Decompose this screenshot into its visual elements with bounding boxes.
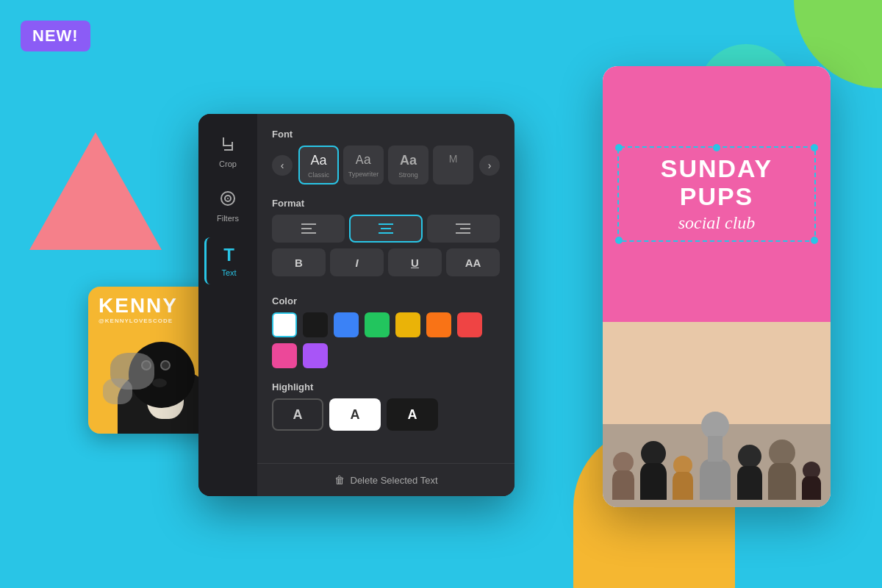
font-typewriter-name: Typewriter (348, 171, 379, 178)
dogs-container (603, 322, 831, 507)
color-orange[interactable] (426, 312, 451, 337)
underline-icon: U (411, 257, 419, 269)
font-option-strong[interactable]: Aa Strong (388, 146, 429, 184)
preview-card: SUNDAY PUPS social club (603, 66, 831, 507)
highlight-row: A A A (272, 398, 500, 431)
align-right-button[interactable] (427, 215, 500, 243)
bg-shape-triangle-salmon (29, 132, 162, 250)
format-section-title: Format (272, 198, 500, 209)
align-center-button[interactable] (349, 215, 422, 243)
editor-content: Font ‹ Aa Classic Aa Typewriter Aa Stron… (257, 114, 514, 496)
svg-rect-8 (301, 228, 312, 229)
crop-icon (220, 136, 236, 157)
color-pink[interactable] (272, 343, 297, 368)
font-classic-preview: Aa (310, 153, 326, 168)
highlight-section: Highlight A A A (272, 381, 500, 431)
preview-subtitle: social club (678, 213, 756, 233)
font-option-more[interactable]: M (433, 146, 473, 184)
font-section-title: Font (272, 129, 500, 140)
text-selection-box: SUNDAY PUPS social club (617, 146, 816, 242)
svg-rect-9 (301, 232, 316, 234)
highlight-white-label: A (351, 407, 360, 423)
font-section: Font ‹ Aa Classic Aa Typewriter Aa Stron… (272, 129, 500, 184)
highlight-section-title: Highlight (272, 381, 500, 392)
filters-icon (220, 190, 236, 211)
color-green[interactable] (365, 312, 390, 337)
editor-footer: 🗑 Delete Selected Text (257, 463, 514, 496)
new-badge: NEW! (21, 21, 90, 51)
bold-button[interactable]: B (272, 248, 326, 276)
editor-panel: Crop Filters T Text Font ‹ (198, 114, 514, 496)
underline-button[interactable]: U (388, 248, 442, 276)
text-label: Text (221, 268, 236, 277)
italic-button[interactable]: I (330, 248, 384, 276)
font-typewriter-preview: Aa (356, 153, 372, 168)
svg-rect-12 (379, 232, 393, 234)
font-more-preview: M (449, 153, 458, 165)
italic-icon: I (355, 257, 358, 269)
format-section: Format B I U (272, 198, 500, 282)
svg-rect-3 (224, 149, 233, 151)
handle-top-left (615, 144, 623, 151)
font-option-typewriter[interactable]: Aa Typewriter (343, 146, 384, 184)
preview-card-inner: SUNDAY PUPS social club (603, 66, 831, 507)
uppercase-icon: AA (465, 257, 481, 269)
preview-dogs-section (603, 322, 831, 507)
font-strong-name: Strong (398, 171, 418, 179)
handle-top-right (811, 144, 818, 151)
color-blue[interactable] (334, 312, 359, 337)
color-row (272, 312, 500, 368)
color-red[interactable] (457, 312, 482, 337)
text-tool[interactable]: T Text (204, 237, 251, 284)
svg-rect-7 (301, 223, 316, 225)
crop-tool[interactable]: Crop (204, 129, 251, 176)
text-icon: T (223, 245, 234, 265)
color-white[interactable] (272, 312, 297, 337)
font-option-classic[interactable]: Aa Classic (298, 146, 339, 184)
svg-rect-13 (456, 223, 470, 225)
color-section: Color (272, 295, 500, 368)
svg-rect-1 (223, 145, 232, 146)
editor-sidebar: Crop Filters T Text (198, 114, 257, 496)
svg-rect-14 (460, 228, 470, 229)
preview-title: SUNDAY PUPS (634, 155, 800, 210)
font-prev-button[interactable]: ‹ (272, 155, 293, 176)
highlight-black-label: A (408, 407, 417, 423)
color-section-title: Color (272, 295, 500, 306)
svg-point-6 (227, 198, 229, 199)
handle-bottom-left (615, 237, 623, 244)
delete-label[interactable]: Delete Selected Text (351, 475, 438, 486)
svg-rect-11 (381, 228, 391, 229)
align-left-button[interactable] (272, 215, 345, 243)
uppercase-button[interactable]: AA (446, 248, 500, 276)
font-strong-preview: Aa (400, 153, 417, 168)
handle-top-middle (713, 144, 720, 151)
svg-rect-15 (456, 232, 470, 234)
highlight-white-button[interactable]: A (329, 398, 381, 431)
color-purple[interactable] (303, 343, 328, 368)
preview-top: SUNDAY PUPS social club (603, 66, 831, 322)
svg-rect-10 (379, 223, 393, 225)
format-style-row: B I U AA (272, 248, 500, 276)
highlight-none-button[interactable]: A (272, 398, 323, 431)
font-row: ‹ Aa Classic Aa Typewriter Aa Strong (272, 146, 500, 184)
font-classic-name: Classic (308, 171, 329, 179)
format-align-row (272, 215, 500, 243)
color-black[interactable] (303, 312, 328, 337)
font-next-button[interactable]: › (479, 155, 500, 176)
filters-label: Filters (217, 214, 239, 223)
bold-icon: B (295, 257, 303, 269)
filters-tool[interactable]: Filters (204, 183, 251, 230)
color-yellow[interactable] (395, 312, 420, 337)
highlight-black-button[interactable]: A (387, 398, 438, 431)
font-options: Aa Classic Aa Typewriter Aa Strong M (298, 146, 473, 184)
handle-bottom-right (811, 237, 818, 244)
highlight-none-label: A (293, 407, 303, 423)
delete-icon: 🗑 (334, 474, 345, 486)
crop-label: Crop (219, 159, 237, 168)
